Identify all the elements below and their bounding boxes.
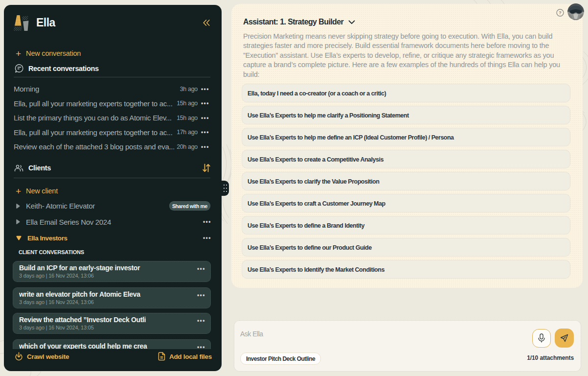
- svg-text:?: ?: [559, 10, 562, 15]
